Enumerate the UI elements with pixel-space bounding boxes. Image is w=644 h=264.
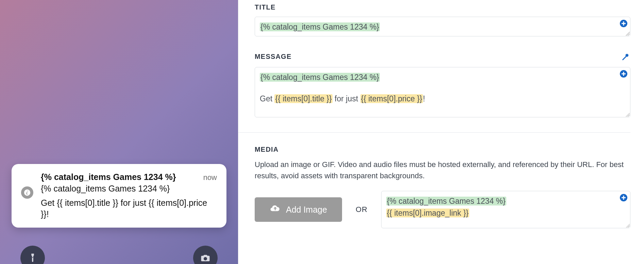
title-label: TITLE xyxy=(255,3,630,11)
add-image-button[interactable]: Add Image xyxy=(255,197,342,222)
flashlight-icon xyxy=(20,246,45,264)
notification-timestamp: now xyxy=(203,172,217,183)
editor-pane: TITLE {% catalog_items Games 1234 %} MES… xyxy=(238,0,644,264)
add-personalization-button[interactable] xyxy=(619,193,628,202)
liquid-tag: {% catalog_items Games 1234 %} xyxy=(260,73,380,82)
add-personalization-button[interactable] xyxy=(619,19,628,28)
liquid-variable: {{ items[0].image_link }} xyxy=(386,209,469,217)
liquid-tag: {% catalog_items Games 1234 %} xyxy=(260,22,380,31)
title-input[interactable]: {% catalog_items Games 1234 %} xyxy=(255,17,630,36)
app-icon xyxy=(21,186,33,199)
preview-pane: {% catalog_items Games 1234 %} now {% ca… xyxy=(0,0,238,264)
add-image-label: Add Image xyxy=(286,205,327,215)
notification-message-line1: {% catalog_items Games 1234 %} xyxy=(41,183,217,195)
liquid-tag: {% catalog_items Games 1234 %} xyxy=(386,197,506,205)
or-label: OR xyxy=(356,205,368,214)
media-description: Upload an image or GIF. Video and audio … xyxy=(255,159,630,181)
message-input[interactable]: {% catalog_items Games 1234 %} Get {{ it… xyxy=(255,67,630,117)
phone-dock xyxy=(0,246,238,264)
media-label: MEDIA xyxy=(255,146,630,153)
liquid-variable: {{ items[0].title }} xyxy=(274,94,332,103)
camera-icon xyxy=(193,246,218,264)
media-url-input[interactable]: {% catalog_items Games 1234 %} {{ items[… xyxy=(381,191,630,228)
magic-wand-button[interactable] xyxy=(620,51,630,62)
message-label: MESSAGE xyxy=(255,53,291,61)
add-personalization-button[interactable] xyxy=(619,69,628,79)
cloud-upload-icon xyxy=(270,203,280,216)
notification-card: {% catalog_items Games 1234 %} now {% ca… xyxy=(12,164,226,228)
notification-title: {% catalog_items Games 1234 %} xyxy=(41,171,176,183)
liquid-variable: {{ items[0].price }} xyxy=(360,94,423,103)
notification-message-line2: Get {{ items[0].title }} for just {{ ite… xyxy=(41,197,217,220)
